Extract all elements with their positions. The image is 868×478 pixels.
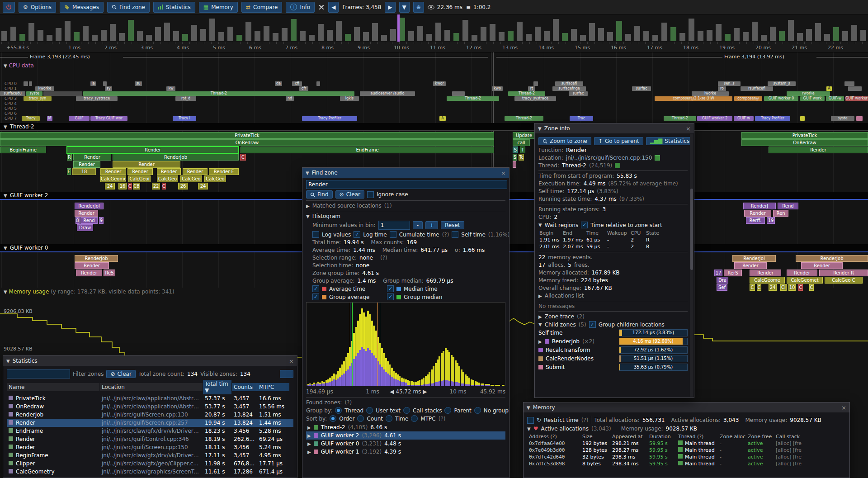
timeline-zone[interactable]: 24: [198, 183, 208, 189]
zoom-to-zone-button[interactable]: Zoom to zone: [538, 137, 591, 145]
timeline-zone[interactable]: Cl: [780, 284, 787, 291]
toolbar-options-button[interactable]: ⚙Options: [19, 2, 56, 13]
timeline-zone[interactable]: Render: [75, 210, 98, 217]
cpu-zone[interactable]: Tracy I: [173, 116, 196, 121]
cpu-zone[interactable]: sy: [105, 86, 112, 91]
group-by-radio-parent[interactable]: [444, 407, 451, 414]
timeline-zone[interactable]: Render F: [209, 168, 239, 175]
toolbar-compare-button[interactable]: ⇄Compare: [241, 2, 283, 13]
found-zone-group[interactable]: ▶GUIF worker 2(3,296)4.61 s: [306, 431, 505, 440]
timeline-zone[interactable]: RenderJob: [796, 255, 868, 262]
group-by-radio-call-stacks[interactable]: [403, 407, 410, 414]
timeline-zone[interactable]: Re5: [104, 270, 115, 276]
cpu-zone[interactable]: ro: [718, 86, 726, 91]
timeline-zone[interactable]: C: [128, 183, 132, 189]
memory-col-header-zone-free[interactable]: Zone free: [746, 433, 774, 440]
memory-table-header[interactable]: Address (?)SizeAppeared atDurationThread…: [527, 433, 846, 440]
timeline-zone[interactable]: Render: [750, 270, 781, 276]
log-time-checkbox[interactable]: ✓: [354, 231, 360, 238]
stats-table-row[interactable]: Renderjni/../jni/src/guif/Screen.cpp:150…: [7, 443, 293, 451]
timeline-zone[interactable]: CalcGeomet: [787, 277, 823, 284]
stats-col-header-counts[interactable]: Counts: [232, 383, 257, 391]
cumulate-time-checkbox[interactable]: [390, 231, 396, 238]
stats-table-row[interactable]: Clipperjni/../jni/src/claw/gfx/geo/Clipp…: [7, 459, 293, 468]
wait-col-header[interactable]: State: [645, 230, 661, 237]
stats-col-header-mtpc[interactable]: MTPC: [257, 383, 290, 391]
timeline-zone[interactable]: Render: [157, 168, 181, 175]
cpu-zone[interactable]: composer@: [734, 96, 762, 101]
timeline-zone[interactable]: Draw: [77, 224, 93, 231]
timeline-zone[interactable]: [513, 161, 516, 168]
timeline-zone[interactable]: Render: [787, 270, 817, 276]
stats-options-button[interactable]: [280, 370, 293, 378]
timeline-zone[interactable]: Render: [127, 168, 153, 175]
histogram-section-header[interactable]: ▼ Histogram: [306, 213, 505, 219]
cpu-zone[interactable]: kworke: [35, 86, 54, 91]
find-zone-search-input[interactable]: [306, 180, 507, 189]
timeline-zone[interactable]: Ren: [773, 210, 788, 217]
cpu-zone[interactable]: Tracy GUIF wor: [90, 116, 127, 121]
allocations-list[interactable]: ▶Allocations list: [538, 293, 688, 299]
cpu-zone[interactable]: la: [90, 81, 96, 86]
memory-col-header-call-stack[interactable]: Call stack: [774, 433, 833, 440]
cpu-zone[interactable]: [103, 81, 107, 86]
timeline-zone[interactable]: OnRedraw: [741, 139, 868, 146]
filter-zones-input[interactable]: [7, 369, 70, 379]
cpu-zone[interactable]: tracy_syn: [24, 96, 52, 101]
timeline-zone[interactable]: Render: [76, 270, 102, 276]
close-icon[interactable]: ×: [686, 125, 691, 132]
frame-dropdown-button[interactable]: ▼: [399, 2, 410, 13]
stats-table-row[interactable]: PrivateTickjni/../jni/src/claw/applicati…: [7, 394, 293, 402]
timeline-zone[interactable]: CalcGeo: [157, 175, 178, 182]
stats-table-row[interactable]: EndFramejni/../jni/src/claw/gfx/drv/vk/D…: [7, 427, 293, 435]
find-zone-histogram[interactable]: [306, 302, 505, 386]
tools-icon[interactable]: [318, 4, 325, 10]
timeline-zone[interactable]: Render R: [819, 270, 868, 276]
cpu-zone[interactable]: GUIF worker 0: [764, 96, 798, 101]
power-button[interactable]: [3, 2, 15, 13]
child-zones-header[interactable]: ▼ Child zones(5) ✓ Group children locati…: [538, 321, 688, 328]
stats-col-header-total-tim[interactable]: Total tim ▼: [203, 380, 232, 394]
cpu-zone[interactable]: GUIF worker 2: [697, 116, 732, 121]
stats-table-row[interactable]: BeginFramejni/../jni/src/claw/gfx/drv/vk…: [7, 451, 293, 459]
cpu-zone[interactable]: [29, 81, 32, 86]
timeline-zone[interactable]: Render: [67, 147, 239, 153]
go-to-parent-button[interactable]: ↑Go to parent: [594, 137, 643, 145]
timeline-zone[interactable]: OnRedraw: [0, 139, 494, 146]
timeline-zone[interactable]: Render: [744, 210, 771, 217]
cpu-zone[interactable]: [844, 81, 854, 86]
cpu-zone[interactable]: [43, 91, 82, 96]
child-zone-row[interactable]: CalcRenderNodes51.51 μs (1.15%): [538, 355, 688, 362]
timeline-zone[interactable]: 19: [767, 217, 775, 224]
median-time-checkbox[interactable]: ✓: [387, 285, 394, 292]
cpu-zone[interactable]: rsurfacefl: [741, 86, 773, 91]
clear-filter-button[interactable]: ⊘Clear: [106, 370, 135, 378]
cpu-zone[interactable]: surfacedu: [0, 91, 25, 96]
matched-source-locations[interactable]: ▶ Matched source locations (1): [306, 203, 505, 209]
zone-trace-header[interactable]: ▶Zone trace(2): [538, 313, 688, 320]
cpu-zone[interactable]: cfi: [292, 81, 302, 86]
timeline-zone[interactable]: CalcGeo: [180, 175, 202, 182]
cpu-zone[interactable]: GUIF-w: [826, 96, 844, 101]
cpu-zone[interactable]: tracy_systrace: [76, 96, 118, 101]
cpu-zone[interactable]: Tracy: [22, 116, 40, 121]
timeline-zone[interactable]: 9: [99, 217, 104, 224]
close-icon[interactable]: ×: [501, 170, 506, 176]
active-allocations-header[interactable]: ▼ ♥ Active allocations (3,043) Memory us…: [527, 426, 846, 432]
log-values-checkbox[interactable]: [312, 231, 319, 238]
zone-statistics-button[interactable]: ▂▅▇Statistics: [646, 137, 694, 145]
cpu-zone[interactable]: [848, 86, 862, 91]
found-zone-group[interactable]: ▶Thread-2(4,105)6.46 s: [306, 423, 505, 431]
cpu-zone[interactable]: su: [135, 81, 142, 86]
timeline-zone[interactable]: C: [162, 183, 166, 189]
memory-titlebar[interactable]: ▼ Memory ×: [524, 402, 849, 412]
min-bin-increase-button[interactable]: +: [425, 221, 438, 229]
time-ruler[interactable]: +55.83 s1 ms2 ms3 ms4 ms5 ms6 ms7 ms8 ms…: [0, 42, 868, 53]
timeline-zone[interactable]: CalcGeoi: [128, 175, 151, 182]
timeline-zone[interactable]: 24: [769, 284, 777, 291]
cpu-zone[interactable]: da: [275, 81, 282, 86]
cpu-zone[interactable]: A: [439, 116, 446, 121]
timeline-zone[interactable]: Update: [513, 132, 535, 139]
wait-col-header[interactable]: CPU: [630, 230, 645, 237]
timeline-zone[interactable]: CalcGeo: [204, 175, 226, 182]
